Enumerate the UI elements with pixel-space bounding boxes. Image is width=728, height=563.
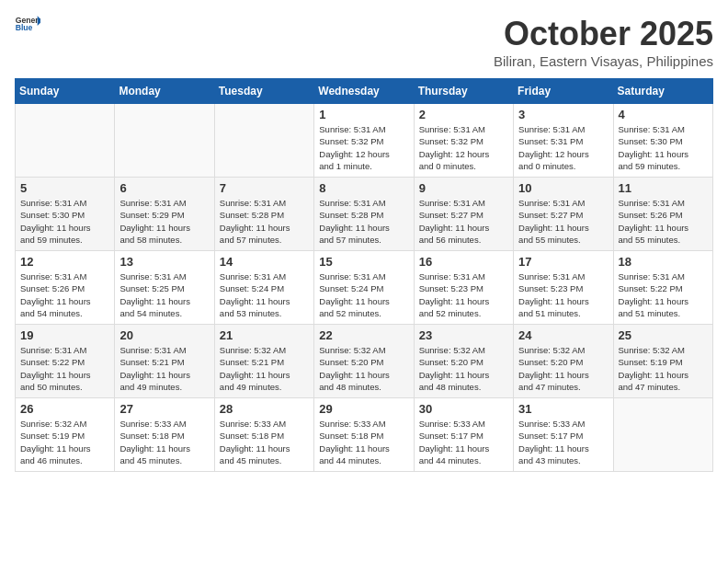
day-number: 6: [119, 181, 209, 195]
day-info: Sunrise: 5:31 AM Sunset: 5:25 PM Dayligh…: [119, 270, 209, 319]
day-info: Sunrise: 5:31 AM Sunset: 5:22 PM Dayligh…: [20, 344, 109, 393]
calendar-cell: 7Sunrise: 5:31 AM Sunset: 5:28 PM Daylig…: [214, 178, 313, 251]
day-info: Sunrise: 5:32 AM Sunset: 5:19 PM Dayligh…: [619, 344, 708, 393]
day-number: 27: [119, 402, 209, 416]
calendar-cell: 26Sunrise: 5:32 AM Sunset: 5:19 PM Dayli…: [16, 398, 115, 472]
header-tuesday: Tuesday: [214, 79, 313, 104]
calendar-cell: 14Sunrise: 5:31 AM Sunset: 5:24 PM Dayli…: [214, 251, 313, 325]
calendar-cell: [115, 104, 214, 178]
week-row-4: 26Sunrise: 5:32 AM Sunset: 5:19 PM Dayli…: [16, 398, 713, 472]
calendar-cell: 21Sunrise: 5:32 AM Sunset: 5:21 PM Dayli…: [214, 325, 313, 398]
day-info: Sunrise: 5:31 AM Sunset: 5:32 PM Dayligh…: [419, 123, 508, 172]
calendar-cell: 13Sunrise: 5:31 AM Sunset: 5:25 PM Dayli…: [115, 251, 214, 325]
week-row-3: 19Sunrise: 5:31 AM Sunset: 5:22 PM Dayli…: [16, 325, 713, 398]
logo: General Blue: [15, 15, 40, 33]
day-info: Sunrise: 5:33 AM Sunset: 5:17 PM Dayligh…: [419, 418, 508, 466]
day-info: Sunrise: 5:31 AM Sunset: 5:24 PM Dayligh…: [220, 270, 309, 319]
header-thursday: Thursday: [414, 79, 513, 104]
calendar-cell: 30Sunrise: 5:33 AM Sunset: 5:17 PM Dayli…: [414, 398, 513, 472]
day-info: Sunrise: 5:31 AM Sunset: 5:23 PM Dayligh…: [419, 270, 508, 319]
day-number: 3: [518, 108, 608, 121]
calendar-cell: 18Sunrise: 5:31 AM Sunset: 5:22 PM Dayli…: [613, 251, 712, 325]
calendar-cell: 27Sunrise: 5:33 AM Sunset: 5:18 PM Dayli…: [115, 398, 214, 472]
calendar-header-row: SundayMondayTuesdayWednesdayThursdayFrid…: [16, 79, 713, 104]
calendar-cell: 11Sunrise: 5:31 AM Sunset: 5:26 PM Dayli…: [613, 178, 712, 251]
day-info: Sunrise: 5:33 AM Sunset: 5:17 PM Dayligh…: [518, 418, 608, 466]
day-info: Sunrise: 5:32 AM Sunset: 5:20 PM Dayligh…: [419, 344, 508, 393]
svg-text:Blue: Blue: [16, 23, 33, 32]
day-number: 19: [20, 328, 109, 342]
calendar-cell: 19Sunrise: 5:31 AM Sunset: 5:22 PM Dayli…: [16, 325, 115, 398]
day-number: 7: [220, 181, 309, 195]
week-row-1: 5Sunrise: 5:31 AM Sunset: 5:30 PM Daylig…: [16, 178, 713, 251]
calendar-cell: 25Sunrise: 5:32 AM Sunset: 5:19 PM Dayli…: [613, 325, 712, 398]
day-number: 16: [419, 255, 508, 269]
calendar-cell: 23Sunrise: 5:32 AM Sunset: 5:20 PM Dayli…: [414, 325, 513, 398]
day-info: Sunrise: 5:31 AM Sunset: 5:26 PM Dayligh…: [619, 197, 708, 246]
day-number: 24: [518, 328, 608, 342]
day-number: 21: [220, 328, 309, 342]
calendar-cell: 3Sunrise: 5:31 AM Sunset: 5:31 PM Daylig…: [514, 104, 613, 178]
day-number: 26: [20, 402, 109, 416]
day-number: 9: [419, 181, 508, 195]
day-number: 25: [619, 328, 708, 342]
day-number: 8: [319, 181, 408, 195]
day-info: Sunrise: 5:32 AM Sunset: 5:19 PM Dayligh…: [20, 418, 109, 466]
calendar-cell: 29Sunrise: 5:33 AM Sunset: 5:18 PM Dayli…: [314, 398, 414, 472]
day-info: Sunrise: 5:33 AM Sunset: 5:18 PM Dayligh…: [220, 418, 309, 466]
day-number: 30: [419, 402, 508, 416]
calendar-cell: 24Sunrise: 5:32 AM Sunset: 5:20 PM Dayli…: [514, 325, 613, 398]
calendar-cell: 1Sunrise: 5:31 AM Sunset: 5:32 PM Daylig…: [314, 104, 414, 178]
day-number: 10: [518, 181, 608, 195]
calendar-cell: 6Sunrise: 5:31 AM Sunset: 5:29 PM Daylig…: [115, 178, 214, 251]
header-monday: Monday: [115, 79, 214, 104]
week-row-2: 12Sunrise: 5:31 AM Sunset: 5:26 PM Dayli…: [16, 251, 713, 325]
title-area: October 2025 Biliran, Eastern Visayas, P…: [494, 15, 713, 69]
day-info: Sunrise: 5:32 AM Sunset: 5:21 PM Dayligh…: [220, 344, 309, 393]
week-row-0: 1Sunrise: 5:31 AM Sunset: 5:32 PM Daylig…: [16, 104, 713, 178]
header-sunday: Sunday: [16, 79, 115, 104]
calendar-cell: 12Sunrise: 5:31 AM Sunset: 5:26 PM Dayli…: [16, 251, 115, 325]
page-header: General Blue October 2025 Biliran, Easte…: [15, 15, 713, 69]
day-number: 4: [619, 108, 708, 121]
day-number: 2: [419, 108, 508, 121]
month-title: October 2025: [494, 15, 713, 53]
calendar-cell: [214, 104, 313, 178]
day-number: 17: [518, 255, 608, 269]
day-info: Sunrise: 5:31 AM Sunset: 5:27 PM Dayligh…: [518, 197, 608, 246]
day-info: Sunrise: 5:33 AM Sunset: 5:18 PM Dayligh…: [319, 418, 408, 466]
day-info: Sunrise: 5:31 AM Sunset: 5:26 PM Dayligh…: [20, 270, 109, 319]
calendar-cell: 15Sunrise: 5:31 AM Sunset: 5:24 PM Dayli…: [314, 251, 414, 325]
day-info: Sunrise: 5:31 AM Sunset: 5:30 PM Dayligh…: [619, 123, 708, 172]
day-info: Sunrise: 5:31 AM Sunset: 5:23 PM Dayligh…: [518, 270, 608, 319]
calendar-cell: 2Sunrise: 5:31 AM Sunset: 5:32 PM Daylig…: [414, 104, 513, 178]
day-info: Sunrise: 5:31 AM Sunset: 5:28 PM Dayligh…: [220, 197, 309, 246]
day-info: Sunrise: 5:32 AM Sunset: 5:20 PM Dayligh…: [319, 344, 408, 393]
day-number: 18: [619, 255, 708, 269]
day-number: 28: [220, 402, 309, 416]
calendar-cell: 16Sunrise: 5:31 AM Sunset: 5:23 PM Dayli…: [414, 251, 513, 325]
day-info: Sunrise: 5:31 AM Sunset: 5:27 PM Dayligh…: [419, 197, 508, 246]
day-info: Sunrise: 5:31 AM Sunset: 5:21 PM Dayligh…: [119, 344, 209, 393]
calendar-cell: 20Sunrise: 5:31 AM Sunset: 5:21 PM Dayli…: [115, 325, 214, 398]
day-number: 15: [319, 255, 408, 269]
day-info: Sunrise: 5:31 AM Sunset: 5:24 PM Dayligh…: [319, 270, 408, 319]
calendar-cell: 9Sunrise: 5:31 AM Sunset: 5:27 PM Daylig…: [414, 178, 513, 251]
header-wednesday: Wednesday: [314, 79, 414, 104]
logo-icon: General Blue: [15, 15, 40, 33]
day-number: 11: [619, 181, 708, 195]
calendar-cell: 22Sunrise: 5:32 AM Sunset: 5:20 PM Dayli…: [314, 325, 414, 398]
day-info: Sunrise: 5:31 AM Sunset: 5:22 PM Dayligh…: [619, 270, 708, 319]
day-info: Sunrise: 5:31 AM Sunset: 5:28 PM Dayligh…: [319, 197, 408, 246]
day-number: 13: [119, 255, 209, 269]
day-info: Sunrise: 5:31 AM Sunset: 5:30 PM Dayligh…: [20, 197, 109, 246]
calendar-cell: 10Sunrise: 5:31 AM Sunset: 5:27 PM Dayli…: [514, 178, 613, 251]
day-number: 12: [20, 255, 109, 269]
day-info: Sunrise: 5:31 AM Sunset: 5:32 PM Dayligh…: [319, 123, 408, 172]
calendar-cell: [16, 104, 115, 178]
day-number: 29: [319, 402, 408, 416]
day-number: 14: [220, 255, 309, 269]
day-number: 20: [119, 328, 209, 342]
calendar-cell: [613, 398, 712, 472]
calendar-cell: 5Sunrise: 5:31 AM Sunset: 5:30 PM Daylig…: [16, 178, 115, 251]
